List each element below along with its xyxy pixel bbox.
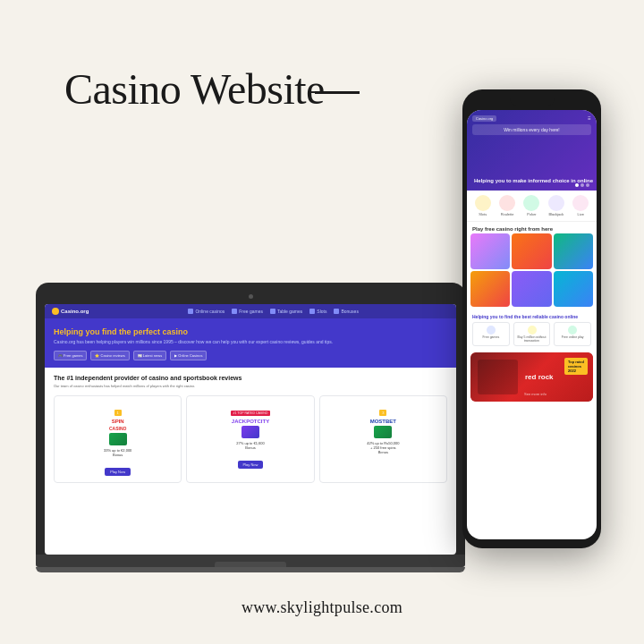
phone-icon-slots-label: Slots: [479, 212, 487, 216]
phone-dot-1: [575, 183, 579, 187]
mostbet-bonus: 42% up to Rs50,000+ 250 free spinsBonus: [324, 441, 443, 454]
casino-hero-sub: Casino.org has been helping players win …: [54, 339, 447, 344]
nav-item-free: Free games: [232, 309, 263, 314]
phone-feature-label-2: Buy 5 million without transaction: [517, 335, 547, 343]
nav-icon-slots: [309, 309, 315, 314]
phone-feature-1: Free games: [472, 322, 510, 346]
nav-icon-bonuses: [334, 309, 339, 314]
jackpot-play-btn[interactable]: Play Now: [238, 461, 264, 469]
phone-feature-icon-1: [487, 326, 496, 335]
phone-game-4: [470, 271, 510, 307]
footer-url: www.skylightpulse.com: [0, 598, 644, 617]
nav-item-slots: Slots: [309, 309, 326, 314]
phone-finding-section: Helping you to find the best reliable ca…: [467, 310, 597, 350]
phone-icon-poker-label: Poker: [527, 212, 536, 216]
phone-outer: Casino.org ☰ Win millions every day here…: [462, 89, 601, 548]
phone-notch: [510, 98, 555, 106]
jackpot-badge: #1 TOP RATED CASINO: [231, 411, 271, 416]
casino-body-sub: Our team of casino enthusiasts has helpe…: [54, 384, 447, 388]
page-title: Casino Website: [64, 64, 325, 114]
casino-logo-icon: [52, 308, 59, 315]
casino-cards-row: 1 SPIN CASINO 33% up to €2,000Bonus Play…: [54, 395, 447, 483]
phone-dot-2: [580, 183, 584, 187]
phone-icon-blackjack-circle: [548, 195, 564, 211]
hero-btn-reviews[interactable]: ⭐ Casino reviews: [90, 351, 129, 360]
phone-feature-icon-2: [528, 326, 537, 335]
phone-mockup: Casino.org ☰ Win millions every day here…: [462, 89, 601, 548]
phone-red-rock-sub: See more info: [524, 392, 588, 396]
nav-icon-free: [232, 309, 237, 314]
phone-icon-blackjack-label: Blackjack: [548, 212, 564, 216]
casino-header: Casino.org Online casinos Free games Tab…: [45, 304, 456, 318]
casino-nav: Online casinos Free games Table games Sl…: [97, 309, 449, 314]
phone-feature-2: Buy 5 million without transaction: [513, 322, 551, 346]
laptop-screen: Casino.org Online casinos Free games Tab…: [45, 304, 456, 555]
hero-btn-news[interactable]: 📰 Latest news: [133, 351, 166, 360]
phone-game-5: [512, 271, 551, 307]
spin-casino-label: CASINO: [58, 426, 177, 431]
phone-hero-dots: [575, 183, 589, 187]
spin-name: SPIN: [58, 419, 177, 424]
hero-btn-free[interactable]: 🎮 Free games: [54, 351, 87, 360]
phone-icon-slots-circle: [475, 195, 491, 211]
phone-icons-row: Slots Roulette Poker Blackjack Live: [467, 191, 597, 222]
phone-icon-poker: Poker: [523, 195, 539, 216]
mostbet-name: MOSTBET: [324, 419, 443, 424]
phone-game-3: [554, 233, 593, 269]
spin-badge: 1: [114, 410, 122, 416]
phone-game-1: [470, 233, 510, 269]
phone-icon-poker-circle: [523, 195, 539, 211]
phone-feature-icon-3: [568, 326, 577, 335]
phone-game-2: [512, 233, 551, 269]
nav-item-online: Online casinos: [188, 309, 225, 314]
mostbet-badge: 3: [379, 410, 386, 416]
spin-play-btn[interactable]: Play Now: [105, 468, 131, 476]
phone-banner-promo: Win millions every day here!: [472, 124, 591, 135]
mostbet-flag: [374, 426, 392, 438]
casino-body-title: The #1 independent provider of casino an…: [54, 375, 447, 381]
jackpot-logo: [242, 426, 259, 438]
spin-flag: [109, 433, 127, 445]
phone-top-right: ☰: [588, 116, 591, 121]
phone-red-rock-banner: red rock Top ratedcasinos2022 See more i…: [470, 352, 593, 402]
laptop-camera: [249, 294, 253, 299]
phone-feature-3: Free online play: [554, 322, 591, 346]
title-dash: [315, 91, 360, 94]
casino-logo: Casino.org: [52, 308, 89, 315]
jackpot-bonus: 27% up to €1,600Bonus: [191, 441, 309, 450]
phone-header-bar: Casino.org ☰ Win millions every day here…: [472, 115, 591, 135]
title-area: Casino Website: [64, 64, 325, 114]
casino-card-mostbet: 3 MOSTBET 42% up to Rs50,000+ 250 free s…: [319, 395, 447, 483]
phone-games-title: Play free casino right from here: [467, 222, 597, 233]
nav-item-bonuses: Bonuses: [334, 309, 358, 314]
phone-feature-label-3: Free online play: [562, 335, 584, 339]
phone-features-row: Free games Buy 5 million without transac…: [472, 322, 591, 346]
phone-feature-label-1: Free games: [482, 335, 499, 339]
phone-icon-roulette-circle: [499, 195, 515, 211]
nav-item-table: Table games: [270, 309, 302, 314]
casino-hero-buttons: 🎮 Free games ⭐ Casino reviews 📰 Latest n…: [54, 351, 447, 360]
phone-logo-small: Casino.org: [472, 115, 496, 122]
hero-btn-online[interactable]: ▶ Online Casinos: [170, 351, 207, 360]
spin-bonus: 33% up to €2,000Bonus: [58, 448, 177, 457]
laptop-base-notch: [215, 562, 286, 567]
casino-body: The #1 independent provider of casino an…: [45, 368, 456, 490]
phone-icon-blackjack: Blackjack: [548, 195, 564, 216]
phone-notch-area: [467, 98, 597, 106]
phone-icon-live-circle: [572, 195, 589, 211]
nav-icon-table: [270, 309, 275, 314]
laptop-camera-area: [45, 292, 456, 301]
laptop-base: [36, 555, 465, 567]
phone-top-bar: Casino.org ☰: [472, 115, 591, 122]
laptop-foot: [36, 567, 465, 572]
phone-icon-live: Live: [572, 195, 589, 216]
casino-hero: Helping you find the perfect casino Casi…: [45, 318, 456, 368]
laptop-screen-outer: Casino.org Online casinos Free games Tab…: [36, 283, 465, 555]
phone-screen: Casino.org ☰ Win millions every day here…: [467, 110, 597, 539]
phone-icon-roulette-label: Roulette: [501, 212, 514, 216]
phone-icon-roulette: Roulette: [499, 195, 515, 216]
phone-hero-banner: Casino.org ☰ Win millions every day here…: [467, 110, 597, 191]
casino-card-jackpot: #1 TOP RATED CASINO JACKPOTCITY 27% up t…: [186, 395, 314, 483]
phone-game-6: [554, 271, 593, 307]
phone-dot-3: [586, 183, 589, 187]
